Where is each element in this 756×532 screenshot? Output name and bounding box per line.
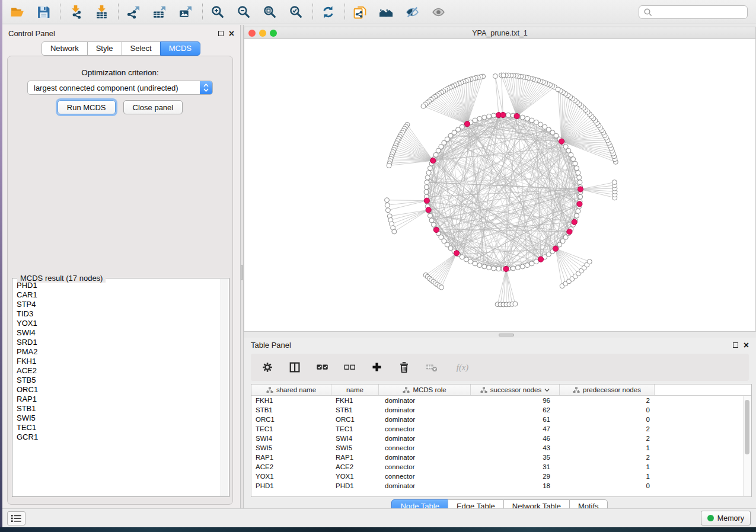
network-title: YPA_prune.txt_1 bbox=[244, 29, 755, 37]
first-neighbors-icon[interactable] bbox=[378, 4, 394, 20]
control-panel: Control Panel × NetworkStyleSelectMCDS O… bbox=[2, 25, 240, 508]
select-all-icon[interactable] bbox=[315, 360, 330, 374]
cell-mcds_role: connector bbox=[379, 444, 471, 451]
function-icon: f(x) bbox=[452, 360, 472, 374]
toolbar-icon-group bbox=[9, 4, 457, 20]
zoom-selected-icon[interactable] bbox=[288, 4, 304, 20]
column-header-filler bbox=[655, 384, 751, 395]
table-row[interactable]: ORC1ORC1dominator610 bbox=[251, 415, 751, 424]
mcds-result-item[interactable]: STB5 bbox=[12, 376, 221, 385]
mcds-result-item[interactable]: SWI5 bbox=[12, 414, 221, 423]
network-canvas[interactable] bbox=[244, 39, 755, 331]
mcds-result-item[interactable]: TID3 bbox=[12, 309, 221, 319]
table-row[interactable]: SWI4SWI4dominator462 bbox=[251, 434, 751, 443]
mcds-result-item[interactable]: GCR1 bbox=[12, 432, 221, 442]
cell-successor_nodes: 31 bbox=[471, 463, 560, 470]
splitter-handle[interactable] bbox=[499, 334, 514, 336]
zoom-fit-icon[interactable] bbox=[262, 4, 278, 20]
mcds-result-item[interactable]: SWI4 bbox=[12, 328, 221, 338]
mcds-result-item[interactable]: FKH1 bbox=[12, 357, 221, 366]
cell-predecessor_nodes: 2 bbox=[560, 397, 655, 404]
mcds-result-item[interactable]: PMA2 bbox=[12, 347, 221, 357]
table-row[interactable]: PHD1PHD1dominator180 bbox=[251, 481, 751, 491]
table-panel: Table Panel × f(x) shared namenameMCDS r… bbox=[244, 338, 756, 508]
add-icon[interactable] bbox=[370, 360, 384, 374]
mcds-result-item[interactable]: YOX1 bbox=[12, 319, 221, 328]
table-row[interactable]: SWI5SWI5connector431 bbox=[251, 443, 751, 453]
table-row[interactable]: YOX1YOX1connector291 bbox=[251, 472, 751, 481]
float-panel-icon[interactable] bbox=[218, 31, 224, 36]
criterion-dropdown[interactable]: largest connected component (undirected) bbox=[27, 81, 213, 95]
horizontal-splitter[interactable] bbox=[244, 333, 756, 338]
tab-mcds[interactable]: MCDS bbox=[160, 41, 200, 56]
cell-shared_name: TEC1 bbox=[251, 425, 331, 432]
export-network-icon[interactable] bbox=[126, 4, 142, 20]
table-scrollbar[interactable] bbox=[743, 396, 751, 496]
result-scrollbar[interactable] bbox=[221, 279, 228, 496]
table-row[interactable]: ACE2ACE2connector311 bbox=[251, 462, 751, 472]
cell-successor_nodes: 47 bbox=[471, 425, 560, 432]
import-table-icon[interactable] bbox=[94, 4, 110, 20]
run-mcds-button[interactable]: Run MCDS bbox=[58, 100, 116, 114]
search-box[interactable] bbox=[639, 5, 748, 19]
column-header-name[interactable]: name bbox=[331, 384, 379, 395]
splitter-handle[interactable] bbox=[241, 265, 243, 280]
mcds-result-item[interactable]: TEC1 bbox=[12, 423, 221, 432]
gear-icon[interactable] bbox=[261, 360, 275, 374]
tab-select[interactable]: Select bbox=[122, 41, 161, 56]
task-history-button[interactable] bbox=[7, 511, 25, 525]
desktop-wallpaper-bottom bbox=[0, 527, 756, 532]
open-folder-icon[interactable] bbox=[9, 4, 25, 20]
mcds-result-item[interactable]: STB1 bbox=[12, 404, 221, 414]
tab-network[interactable]: Network bbox=[42, 41, 88, 56]
close-panel-button[interactable]: Close panel bbox=[123, 100, 183, 114]
cell-mcds_role: connector bbox=[379, 425, 471, 432]
table-row[interactable]: TEC1TEC1connector472 bbox=[251, 424, 751, 434]
table-row[interactable]: STB1STB1dominator620 bbox=[251, 405, 751, 415]
mcds-result-item[interactable]: ACE2 bbox=[12, 366, 221, 376]
memory-status-icon bbox=[707, 515, 714, 521]
mcds-result-item[interactable]: SRD1 bbox=[12, 338, 221, 347]
close-panel-icon[interactable]: × bbox=[229, 31, 234, 37]
column-header-predecessor-nodes[interactable]: predecessor nodes bbox=[560, 384, 655, 395]
table-row[interactable]: RAP1RAP1dominator352 bbox=[251, 453, 751, 462]
float-panel-icon[interactable] bbox=[733, 342, 738, 348]
columns-icon[interactable] bbox=[288, 360, 302, 374]
delete-icon[interactable] bbox=[397, 360, 412, 374]
close-panel-icon[interactable]: × bbox=[744, 342, 749, 348]
mcds-result-item[interactable]: PHD1 bbox=[12, 281, 221, 290]
tab-style[interactable]: Style bbox=[87, 41, 122, 56]
search-input[interactable] bbox=[655, 8, 747, 16]
mcds-result-item[interactable]: CAR1 bbox=[12, 290, 221, 300]
cell-successor_nodes: 43 bbox=[471, 444, 560, 451]
table-row[interactable]: FKH1FKH1dominator962 bbox=[251, 396, 751, 405]
task-list-icon bbox=[11, 514, 22, 523]
memory-button[interactable]: Memory bbox=[701, 511, 751, 525]
mcds-result-item[interactable]: RAP1 bbox=[12, 395, 221, 404]
desktop: Control Panel × NetworkStyleSelectMCDS O… bbox=[0, 0, 756, 532]
hide-selected-icon[interactable] bbox=[404, 4, 420, 20]
zoom-out-icon[interactable] bbox=[236, 4, 252, 20]
clone-network-icon[interactable] bbox=[352, 4, 368, 20]
cell-shared_name: RAP1 bbox=[251, 454, 331, 461]
cell-name: PHD1 bbox=[331, 482, 379, 489]
mcds-result-list: PHD1CAR1STP4TID3YOX1SWI4SRD1PMA2FKH1ACE2… bbox=[12, 281, 221, 495]
cell-mcds_role: dominator bbox=[379, 454, 471, 461]
scrollbar-thumb[interactable] bbox=[745, 400, 749, 454]
cell-successor_nodes: 96 bbox=[471, 397, 560, 404]
import-network-icon[interactable] bbox=[68, 4, 84, 20]
save-icon[interactable] bbox=[36, 4, 52, 20]
export-image-icon[interactable] bbox=[178, 4, 194, 20]
column-header-shared-name[interactable]: shared name bbox=[251, 384, 331, 395]
refresh-icon[interactable] bbox=[320, 4, 336, 20]
deselect-all-icon[interactable] bbox=[343, 360, 357, 374]
mcds-result-item[interactable]: STP4 bbox=[12, 300, 221, 309]
cell-mcds_role: dominator bbox=[379, 482, 471, 489]
network-titlebar: YPA_prune.txt_1 bbox=[244, 27, 755, 39]
mcds-result-item[interactable]: ORC1 bbox=[12, 385, 221, 395]
show-all-icon[interactable] bbox=[430, 4, 446, 20]
column-header-successor-nodes[interactable]: successor nodes bbox=[471, 384, 560, 395]
zoom-in-icon[interactable] bbox=[210, 4, 226, 20]
export-table-icon[interactable] bbox=[152, 4, 168, 20]
column-header-MCDS-role[interactable]: MCDS role bbox=[379, 384, 471, 395]
